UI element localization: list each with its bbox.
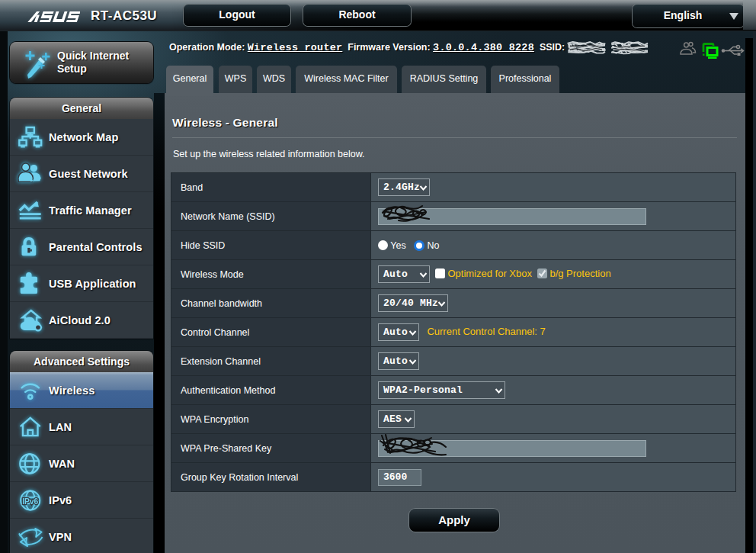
svg-text:IPv6: IPv6 xyxy=(22,497,38,505)
